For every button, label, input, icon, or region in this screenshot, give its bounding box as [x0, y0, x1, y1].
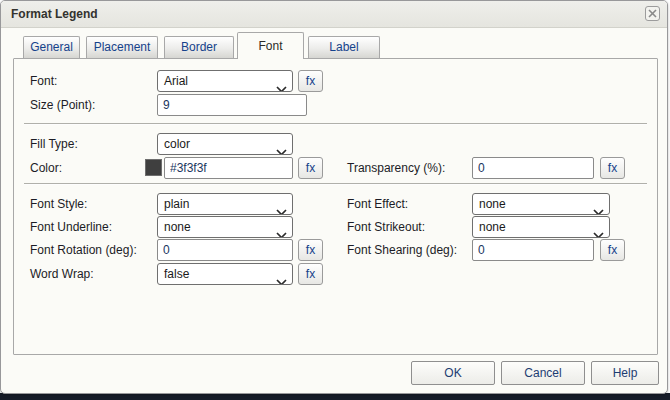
close-icon	[648, 9, 657, 18]
size-input[interactable]	[157, 94, 307, 116]
font-label: Font:	[30, 70, 57, 92]
transparency-label: Transparency (%):	[347, 157, 445, 179]
tab-font[interactable]: Font	[237, 32, 304, 59]
font-style-select-value: plain	[164, 197, 189, 211]
color-label: Color:	[30, 157, 62, 179]
font-select-value: Arial	[164, 74, 188, 88]
chevron-down-icon	[276, 225, 287, 232]
chevron-down-icon	[276, 79, 287, 86]
font-style-select[interactable]: plain	[157, 193, 293, 215]
divider	[24, 183, 647, 185]
fill-type-select[interactable]: color	[157, 133, 293, 155]
transparency-fx-button[interactable]: fx	[600, 157, 625, 179]
font-underline-select[interactable]: none	[157, 216, 293, 238]
color-fx-button[interactable]: fx	[298, 157, 323, 179]
transparency-input[interactable]	[472, 157, 594, 179]
font-effect-select-value: none	[479, 197, 506, 211]
font-rotation-input[interactable]	[157, 239, 293, 261]
font-shearing-label: Font Shearing (deg):	[347, 239, 457, 261]
chevron-down-icon	[593, 202, 604, 209]
font-strikeout-label: Font Strikeout:	[347, 216, 425, 238]
font-effect-label: Font Effect:	[347, 193, 408, 215]
font-style-label: Font Style:	[30, 193, 87, 215]
ok-button[interactable]: OK	[411, 361, 495, 385]
size-label: Size (Point):	[30, 94, 95, 116]
help-button[interactable]: Help	[591, 361, 659, 385]
fill-type-select-value: color	[164, 137, 190, 151]
font-underline-label: Font Underline:	[30, 216, 112, 238]
font-underline-select-value: none	[164, 220, 191, 234]
divider	[24, 123, 647, 125]
font-tab-panel: Font: Arial fx Size (Point): Fill Type: …	[13, 58, 658, 355]
word-wrap-select-value: false	[164, 267, 189, 281]
fill-type-label: Fill Type:	[30, 133, 78, 155]
chevron-down-icon	[276, 142, 287, 149]
font-shearing-fx-button[interactable]: fx	[600, 239, 625, 261]
font-shearing-input[interactable]	[472, 239, 594, 261]
word-wrap-label: Word Wrap:	[30, 263, 94, 285]
format-legend-dialog: Format Legend General Placement Border F…	[0, 0, 668, 394]
font-rotation-label: Font Rotation (deg):	[30, 239, 137, 261]
chevron-down-icon	[593, 225, 604, 232]
tab-border[interactable]: Border	[164, 36, 234, 58]
font-effect-select[interactable]: none	[472, 193, 610, 215]
tab-general[interactable]: General	[23, 36, 80, 58]
font-fx-button[interactable]: fx	[298, 70, 323, 92]
dialog-titlebar: Format Legend	[1, 1, 667, 28]
chevron-down-icon	[276, 202, 287, 209]
font-strikeout-select[interactable]: none	[472, 216, 610, 238]
word-wrap-select[interactable]: false	[157, 263, 293, 285]
cancel-button[interactable]: Cancel	[501, 361, 585, 385]
color-input[interactable]	[164, 157, 293, 179]
color-swatch[interactable]	[145, 159, 162, 176]
dialog-title: Format Legend	[11, 1, 98, 27]
font-strikeout-select-value: none	[479, 220, 506, 234]
background-bar	[0, 393, 670, 400]
font-select[interactable]: Arial	[157, 70, 293, 92]
font-rotation-fx-button[interactable]: fx	[298, 239, 323, 261]
close-button[interactable]	[645, 6, 660, 21]
tab-label[interactable]: Label	[308, 36, 380, 58]
word-wrap-fx-button[interactable]: fx	[298, 263, 323, 285]
chevron-down-icon	[276, 272, 287, 279]
tab-placement[interactable]: Placement	[86, 36, 158, 58]
